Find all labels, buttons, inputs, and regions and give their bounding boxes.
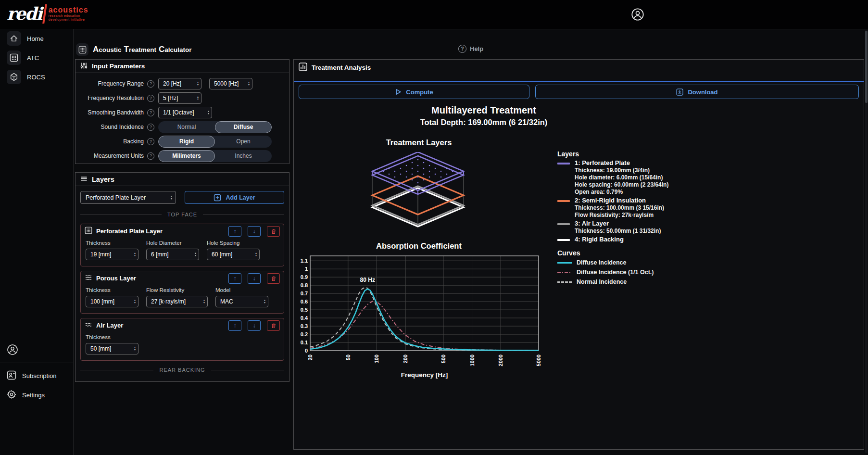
- model-select[interactable]: MAC: [215, 296, 268, 307]
- gear-icon: [7, 390, 16, 401]
- sidebar-item-rocs[interactable]: ROCS: [0, 67, 73, 87]
- top-bar: redi acoustics research education develo…: [0, 0, 868, 29]
- move-layer-up-button[interactable]: [228, 320, 241, 331]
- logo-brand-text: acoustics: [49, 6, 88, 14]
- grid-icon: [7, 51, 21, 65]
- help-icon[interactable]: [147, 152, 154, 160]
- help-label: Help: [470, 45, 483, 52]
- toggle-option-rigid[interactable]: Rigid: [158, 136, 215, 148]
- stepper-icon[interactable]: [197, 81, 199, 86]
- toggle-option-inches[interactable]: Inches: [215, 150, 272, 162]
- hole-diameter-input[interactable]: 6 [mm]: [146, 249, 199, 260]
- toggle-option-milimeters[interactable]: Milimeters: [158, 150, 215, 162]
- absorption-coefficient-chart: 00.10.20.30.40.50.60.70.80.911.120501002…: [296, 251, 546, 391]
- stepper-icon[interactable]: [134, 252, 136, 257]
- flow-resistivity-input[interactable]: 27 [k·rayls/m]: [146, 296, 208, 307]
- legend-layer-2: 2: Semi-Rigid Insulation Thickness: 100.…: [557, 197, 721, 219]
- sidebar-label-settings: Settings: [22, 392, 45, 399]
- svg-text:1.1: 1.1: [301, 258, 308, 264]
- stepper-icon[interactable]: [255, 252, 257, 257]
- compute-button[interactable]: Compute: [299, 85, 529, 99]
- analysis-legend: Layers 1: Perforated Plate Thickness: 19…: [557, 150, 721, 288]
- sidebar-item-atc[interactable]: ATC: [0, 48, 73, 67]
- move-layer-down-button[interactable]: [248, 226, 261, 237]
- svg-text:80 Hz: 80 Hz: [360, 277, 375, 283]
- chevron-updown-icon: [264, 299, 265, 304]
- legend-layer-1: 1: Perforated Plate Thickness: 19.00mm (…: [557, 159, 721, 196]
- frequency-min-input[interactable]: 20 [Hz]: [158, 78, 201, 89]
- sidebar-label-atc: ATC: [27, 54, 39, 62]
- sidebar-item-home[interactable]: Home: [0, 29, 73, 48]
- legend-layer-4: 4: Rigid Backing: [557, 236, 721, 243]
- backing-toggle: Rigid Open: [158, 136, 272, 148]
- frequency-resolution-input[interactable]: 5 [Hz]: [158, 92, 201, 104]
- porous-waves-icon: [85, 274, 92, 283]
- thickness-input[interactable]: 50 [mm]: [86, 343, 138, 354]
- svg-text:0: 0: [305, 348, 308, 354]
- help-icon[interactable]: [147, 124, 154, 131]
- move-layer-down-button[interactable]: [248, 320, 261, 331]
- help-icon[interactable]: [147, 138, 154, 145]
- sidebar-item-account[interactable]: [0, 341, 73, 360]
- add-layer-button[interactable]: Add Layer: [185, 191, 284, 204]
- download-button[interactable]: Download: [535, 85, 859, 99]
- cube-icon: [7, 70, 21, 84]
- vertical-scrollbar[interactable]: [865, 30, 868, 453]
- rear-backing-divider: REAR BACKING: [80, 367, 284, 373]
- move-layer-up-button[interactable]: [228, 226, 241, 237]
- help-icon[interactable]: [147, 80, 154, 88]
- logo-wordmark: redi: [7, 3, 42, 24]
- scrollbar-thumb[interactable]: [865, 31, 868, 103]
- toggle-option-open[interactable]: Open: [215, 136, 272, 148]
- svg-text:0.9: 0.9: [301, 274, 308, 280]
- logo-tagline-2: development initiative: [49, 18, 88, 22]
- svg-text:0.7: 0.7: [301, 291, 308, 296]
- stepper-icon[interactable]: [134, 346, 136, 351]
- sidebar: Home ATC ROCS Sub: [0, 29, 74, 455]
- delete-layer-button[interactable]: [267, 226, 280, 237]
- stepper-icon[interactable]: [195, 252, 196, 257]
- legend-curve-diffuse: Diffuse Incidence: [557, 259, 721, 267]
- smoothing-bandwidth-select[interactable]: 1/1 [Octave]: [158, 107, 212, 118]
- stepper-icon[interactable]: [203, 299, 205, 304]
- calculator-grid-icon: [76, 43, 88, 56]
- layer-type-select[interactable]: Perforated Plate Layer: [80, 191, 176, 204]
- orange-swatch: [557, 200, 570, 202]
- help-icon[interactable]: [147, 95, 154, 102]
- absorption-chart-title: Absorption Coefficient: [299, 241, 539, 251]
- stepper-icon[interactable]: [134, 299, 136, 304]
- svg-text:0.4: 0.4: [301, 315, 308, 321]
- move-layer-up-button[interactable]: [228, 273, 241, 284]
- redi-acoustics-logo[interactable]: redi acoustics research education develo…: [7, 3, 88, 24]
- frequency-max-input[interactable]: 5000 [Hz]: [209, 78, 252, 89]
- pink-dashdot-swatch: [557, 272, 572, 273]
- input-parameters-panel: Input Parameters Frequency Range 20 [Hz]…: [75, 59, 289, 164]
- move-layer-down-button[interactable]: [248, 273, 261, 284]
- sidebar-divider: [0, 363, 73, 363]
- stepper-icon[interactable]: [197, 96, 199, 101]
- toggle-option-normal[interactable]: Normal: [158, 121, 215, 133]
- help-button[interactable]: Help: [458, 45, 483, 53]
- trash-icon: [271, 323, 277, 329]
- sidebar-item-settings[interactable]: Settings: [0, 385, 73, 404]
- purple-swatch: [557, 163, 570, 164]
- layer-card-porous: Porous Layer Thickness 100 [mm]: [80, 271, 284, 314]
- white-swatch: [557, 239, 570, 241]
- svg-text:20: 20: [307, 354, 313, 360]
- delete-layer-button[interactable]: [267, 320, 280, 331]
- stepper-icon[interactable]: [248, 81, 250, 86]
- perforated-grid-icon: [85, 227, 92, 236]
- layers-panel: Layers Perforated Plate Layer Add Layer …: [75, 172, 289, 382]
- user-avatar-icon[interactable]: [631, 8, 644, 21]
- toggle-option-diffuse[interactable]: Diffuse: [215, 121, 272, 133]
- svg-text:500: 500: [440, 354, 446, 363]
- thickness-input[interactable]: 100 [mm]: [86, 296, 138, 307]
- thickness-input[interactable]: 19 [mm]: [86, 249, 138, 260]
- sidebar-item-subscription[interactable]: Subscription: [0, 366, 73, 385]
- help-icon[interactable]: [147, 109, 154, 116]
- add-square-icon: [214, 194, 221, 202]
- gray-dashed-swatch: [557, 281, 572, 283]
- delete-layer-button[interactable]: [267, 273, 280, 284]
- param-row-sound-incidence: Sound Incidence Normal Diffuse: [75, 120, 284, 134]
- hole-spacing-input[interactable]: 60 [mm]: [207, 249, 260, 260]
